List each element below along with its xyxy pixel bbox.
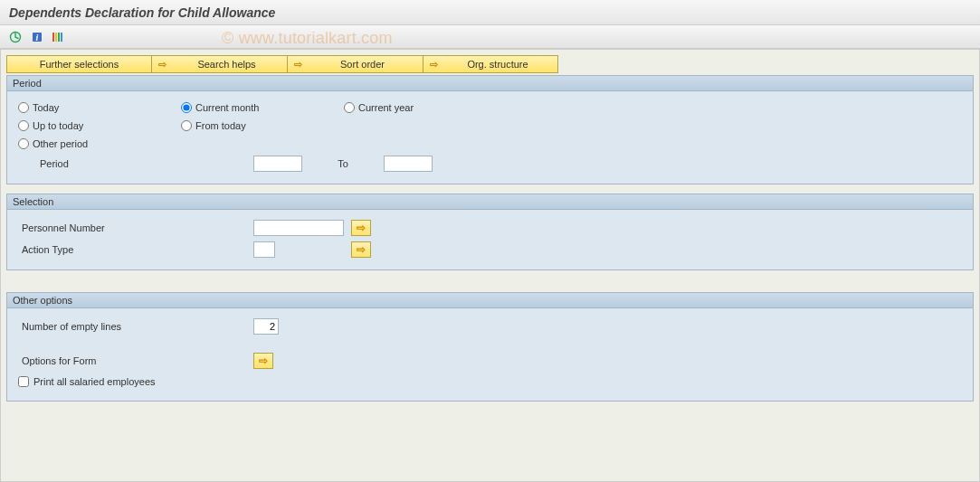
info-icon[interactable]: i [27, 29, 47, 45]
options-form-label: Options for Form [18, 355, 253, 366]
arrow-right-icon: ⇨ [357, 222, 366, 234]
sort-order-label: Sort order [340, 59, 385, 70]
title-bar: Dependents Declaration for Child Allowan… [0, 0, 980, 25]
arrow-right-icon: ⇨ [357, 243, 366, 256]
period-to-input[interactable] [384, 156, 433, 172]
execute-icon[interactable] [5, 29, 25, 45]
radio-current-year-label: Current year [358, 102, 414, 113]
radio-current-month[interactable]: Current month [181, 102, 344, 113]
org-structure-button[interactable]: ⇨ Org. structure [423, 55, 558, 73]
radio-current-year-input[interactable] [344, 102, 355, 113]
personnel-number-multi-button[interactable]: ⇨ [351, 220, 371, 236]
selection-group: Selection Personnel Number ⇨ Action Type… [6, 194, 974, 270]
further-selections-label: Further selections [40, 59, 119, 70]
personnel-number-input[interactable] [253, 220, 344, 236]
period-from-input[interactable] [253, 156, 302, 172]
empty-lines-input[interactable] [253, 318, 279, 335]
period-to-label: To [302, 158, 384, 169]
further-selections-button[interactable]: Further selections [6, 55, 151, 73]
action-type-label: Action Type [18, 244, 253, 255]
radio-from-today[interactable]: From today [181, 120, 344, 131]
radio-up-to-today[interactable]: Up to today [18, 120, 181, 131]
radio-from-today-input[interactable] [181, 120, 192, 131]
radio-today-input[interactable] [18, 102, 29, 113]
sort-order-button[interactable]: ⇨ Sort order [287, 55, 423, 73]
radio-other-period[interactable]: Other period [18, 138, 181, 149]
action-type-multi-button[interactable]: ⇨ [351, 241, 371, 258]
radio-other-period-label: Other period [33, 138, 88, 149]
action-type-input[interactable] [253, 241, 275, 258]
svg-rect-5 [58, 33, 60, 42]
period-field-label: Period [18, 158, 253, 169]
print-all-label: Print all salaried employees [33, 376, 156, 387]
radio-up-to-today-label: Up to today [33, 120, 83, 131]
search-helps-button[interactable]: ⇨ Search helps [151, 55, 287, 73]
arrow-right-icon: ⇨ [156, 59, 168, 70]
radio-current-month-input[interactable] [181, 102, 192, 113]
arrow-right-icon: ⇨ [259, 354, 268, 367]
page-title: Dependents Declaration for Child Allowan… [9, 5, 275, 20]
variants-icon[interactable] [49, 29, 69, 45]
radio-current-year[interactable]: Current year [344, 102, 507, 113]
arrow-right-icon: ⇨ [291, 59, 304, 70]
arrow-right-icon: ⇨ [427, 59, 440, 70]
selection-buttons-row: Further selections ⇨ Search helps ⇨ Sort… [6, 55, 974, 73]
radio-today-label: Today [33, 102, 59, 113]
radio-up-to-today-input[interactable] [18, 120, 29, 131]
content-area: Further selections ⇨ Search helps ⇨ Sort… [0, 49, 980, 482]
radio-today[interactable]: Today [18, 102, 181, 113]
empty-lines-label: Number of empty lines [18, 321, 253, 332]
org-structure-label: Org. structure [467, 59, 528, 70]
radio-from-today-label: From today [195, 120, 246, 131]
period-group: Period Today Current month Current year [6, 75, 974, 184]
radio-other-period-input[interactable] [18, 138, 29, 149]
period-legend: Period [7, 76, 973, 91]
search-helps-label: Search helps [197, 59, 255, 70]
selection-legend: Selection [7, 194, 973, 210]
options-form-button[interactable]: ⇨ [253, 353, 273, 369]
personnel-number-label: Personnel Number [18, 222, 253, 233]
other-options-legend: Other options [7, 293, 973, 308]
print-all-checkbox[interactable] [18, 376, 29, 387]
svg-rect-4 [55, 33, 57, 42]
other-options-group: Other options Number of empty lines Opti… [6, 292, 974, 402]
svg-rect-3 [52, 33, 54, 42]
app-toolbar: i [0, 25, 980, 49]
svg-text:i: i [36, 33, 39, 43]
svg-rect-6 [61, 33, 62, 42]
radio-current-month-label: Current month [195, 102, 259, 113]
